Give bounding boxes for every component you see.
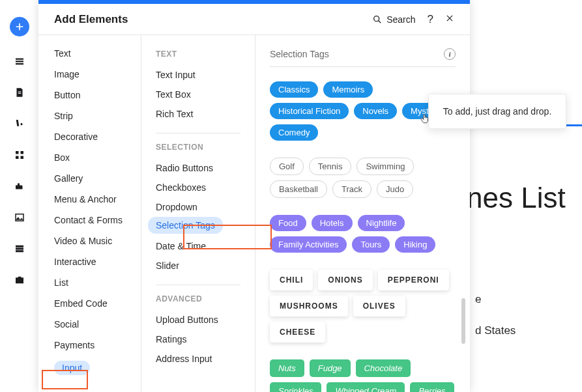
svg-rect-8 <box>20 156 23 160</box>
divider <box>156 133 240 133</box>
category-button[interactable]: Button <box>38 85 141 105</box>
tag-preset-whitebox[interactable]: CHILI ONIONS PEPPERONI MUSHROOMS OLIVES … <box>270 270 456 343</box>
category-social[interactable]: Social <box>38 314 141 335</box>
background-row-2: d States <box>475 324 516 337</box>
category-input-label: Input <box>54 361 90 375</box>
scrollbar-thumb[interactable] <box>461 298 465 344</box>
tag-item: Fudge <box>310 359 351 377</box>
search-label: Search <box>386 14 415 25</box>
tag-item: CHILI <box>270 270 313 290</box>
divider <box>156 285 240 285</box>
category-image[interactable]: Image <box>38 64 141 85</box>
tag-item: Family Activities <box>270 236 347 253</box>
sub-selection-tags[interactable]: Selection Tags <box>148 217 223 234</box>
tag-item: Tours <box>352 236 390 253</box>
background-title: nes List <box>470 182 566 214</box>
rail-page-icon[interactable] <box>13 86 26 99</box>
search-button[interactable]: Search <box>372 14 415 25</box>
tag-item: Tennis <box>309 158 352 175</box>
sub-upload-buttons[interactable]: Upload Buttons <box>156 310 240 329</box>
add-elements-panel: Add Elements Search ? Text Image Button … <box>38 0 470 392</box>
add-elements-button[interactable] <box>10 17 29 36</box>
rail-pages-icon[interactable] <box>13 55 26 68</box>
help-icon[interactable]: ? <box>428 13 433 26</box>
tag-item: OLIVES <box>353 296 405 316</box>
background-page-content: nes List e d States <box>470 35 582 392</box>
category-interactive[interactable]: Interactive <box>38 251 141 272</box>
tag-preset-green[interactable]: Nuts Fudge Chocolate Sprinkles Whipped C… <box>270 359 456 392</box>
tag-item: Track <box>332 180 371 198</box>
preview-title: Selection Tags <box>270 49 329 59</box>
tag-item: Berries <box>410 382 454 392</box>
tag-item: Memoirs <box>323 81 373 98</box>
tag-item: Food <box>270 215 306 231</box>
category-list[interactable]: List <box>38 272 141 293</box>
background-row-1: e <box>475 293 481 306</box>
category-box[interactable]: Box <box>38 147 141 168</box>
tag-item: Nuts <box>270 359 304 377</box>
category-input[interactable]: Input <box>38 356 141 380</box>
category-menu-anchor[interactable]: Menu & Anchor <box>38 189 141 210</box>
tag-item: Comedy <box>270 124 318 141</box>
tag-item: CHEESE <box>270 322 325 343</box>
tag-item: Hiking <box>395 236 435 253</box>
tag-preset-outline[interactable]: Golf Tennis Swimming Basketball Track Ju… <box>270 158 456 198</box>
sub-dropdown[interactable]: Dropdown <box>156 197 240 217</box>
svg-rect-9 <box>16 245 23 247</box>
rail-data-icon[interactable] <box>13 242 26 255</box>
close-icon[interactable] <box>445 13 454 26</box>
category-embed-code[interactable]: Embed Code <box>38 293 141 314</box>
tag-item: MUSHROOMS <box>270 296 348 316</box>
tag-preset-purple[interactable]: Food Hotels Nightlife Family Activities … <box>270 215 456 253</box>
sub-checkboxes[interactable]: Checkboxes <box>156 178 240 197</box>
panel-title: Add Elements <box>54 13 128 26</box>
tag-item: Sprinkles <box>270 382 321 392</box>
tag-item: Chocolate <box>356 359 411 377</box>
sub-ratings[interactable]: Ratings <box>156 329 240 349</box>
category-gallery[interactable]: Gallery <box>38 168 141 189</box>
sub-address-input[interactable]: Address Input <box>156 349 240 369</box>
category-contact-forms[interactable]: Contact & Forms <box>38 210 141 231</box>
svg-rect-7 <box>16 156 19 160</box>
svg-rect-5 <box>16 151 19 154</box>
svg-point-12 <box>374 16 379 21</box>
category-decorative[interactable]: Decorative <box>38 126 141 147</box>
svg-rect-1 <box>16 61 23 62</box>
tag-item: Basketball <box>270 180 327 198</box>
svg-rect-2 <box>16 63 23 64</box>
section-label-text: TEXT <box>156 49 240 59</box>
category-video-music[interactable]: Video & Music <box>38 231 141 251</box>
category-text[interactable]: Text <box>38 43 141 64</box>
svg-rect-10 <box>16 248 23 250</box>
sub-radio-buttons[interactable]: Radio Buttons <box>156 158 240 178</box>
sub-rich-text[interactable]: Rich Text <box>156 104 240 124</box>
tag-item: Golf <box>270 158 304 175</box>
sub-text-box[interactable]: Text Box <box>156 85 240 104</box>
preview-column: Selection Tags i Classics Memoirs Histor… <box>255 35 470 392</box>
tag-item: Swimming <box>356 158 414 175</box>
drag-drop-tooltip: To add, just drag and drop. <box>428 94 566 129</box>
category-strip[interactable]: Strip <box>38 105 141 126</box>
tag-item: Judo <box>377 180 413 198</box>
svg-rect-3 <box>18 92 21 92</box>
tag-item: Hotels <box>312 215 353 231</box>
sub-date-time[interactable]: Date & Time <box>156 236 240 256</box>
category-payments[interactable]: Payments <box>38 335 141 356</box>
svg-rect-6 <box>20 151 23 154</box>
rail-design-icon[interactable] <box>13 117 26 130</box>
rail-addons-icon[interactable] <box>13 180 26 193</box>
section-label-advanced: ADVANCED <box>156 294 240 303</box>
info-icon[interactable]: i <box>444 48 456 60</box>
section-label-selection: SELECTION <box>156 143 240 152</box>
tag-item: Nightlife <box>358 215 405 231</box>
tag-item: Historical Fiction <box>270 103 349 119</box>
sub-slider[interactable]: Slider <box>156 256 240 275</box>
rail-apps-icon[interactable] <box>13 148 26 161</box>
sub-text-input[interactable]: Text Input <box>156 65 240 85</box>
panel-header: Add Elements Search ? <box>38 4 470 35</box>
rail-media-icon[interactable] <box>13 211 26 224</box>
rail-business-icon[interactable] <box>13 273 26 287</box>
divider <box>270 66 456 67</box>
left-tool-rail <box>0 0 38 392</box>
subcategory-column: TEXT Text Input Text Box Rich Text SELEC… <box>141 35 255 392</box>
